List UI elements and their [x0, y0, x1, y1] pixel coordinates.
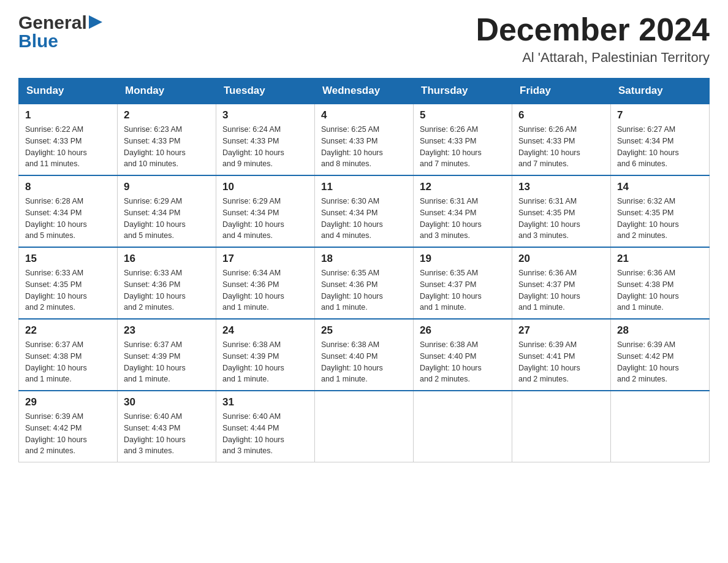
calendar-cell: 21Sunrise: 6:36 AMSunset: 4:38 PMDayligh…: [611, 247, 710, 319]
day-info: Sunrise: 6:40 AMSunset: 4:43 PMDaylight:…: [124, 411, 210, 457]
logo-general-text: General: [18, 12, 87, 33]
day-info: Sunrise: 6:30 AMSunset: 4:34 PMDaylight:…: [321, 196, 407, 242]
day-info: Sunrise: 6:33 AMSunset: 4:36 PMDaylight:…: [124, 267, 210, 313]
col-tuesday: Tuesday: [216, 79, 315, 104]
day-number: 9: [124, 181, 210, 193]
day-number: 27: [518, 324, 604, 337]
day-info: Sunrise: 6:37 AMSunset: 4:38 PMDaylight:…: [25, 339, 111, 385]
day-number: 31: [222, 396, 308, 408]
day-info: Sunrise: 6:29 AMSunset: 4:34 PMDaylight:…: [124, 196, 210, 242]
day-info: Sunrise: 6:31 AMSunset: 4:34 PMDaylight:…: [420, 196, 506, 242]
col-saturday: Saturday: [611, 79, 710, 104]
calendar-cell: [611, 391, 710, 462]
week-row-1: 1Sunrise: 6:22 AMSunset: 4:33 PMDaylight…: [19, 104, 710, 175]
day-info: Sunrise: 6:38 AMSunset: 4:39 PMDaylight:…: [222, 339, 308, 385]
calendar-cell: 8Sunrise: 6:28 AMSunset: 4:34 PMDaylight…: [19, 175, 118, 247]
calendar-cell: 29Sunrise: 6:39 AMSunset: 4:42 PMDayligh…: [19, 391, 118, 462]
calendar-cell: 7Sunrise: 6:27 AMSunset: 4:34 PMDaylight…: [611, 104, 710, 175]
day-info: Sunrise: 6:38 AMSunset: 4:40 PMDaylight:…: [420, 339, 506, 385]
week-row-5: 29Sunrise: 6:39 AMSunset: 4:42 PMDayligh…: [19, 391, 710, 462]
calendar-cell: 31Sunrise: 6:40 AMSunset: 4:44 PMDayligh…: [216, 391, 315, 462]
calendar-table: Sunday Monday Tuesday Wednesday Thursday…: [18, 78, 710, 462]
day-number: 19: [420, 253, 506, 265]
calendar-cell: 30Sunrise: 6:40 AMSunset: 4:43 PMDayligh…: [118, 391, 216, 462]
day-info: Sunrise: 6:34 AMSunset: 4:36 PMDaylight:…: [222, 267, 308, 313]
calendar-cell: 3Sunrise: 6:24 AMSunset: 4:33 PMDaylight…: [216, 104, 315, 175]
day-info: Sunrise: 6:27 AMSunset: 4:34 PMDaylight:…: [617, 124, 703, 170]
calendar-cell: 28Sunrise: 6:39 AMSunset: 4:42 PMDayligh…: [611, 319, 710, 391]
day-number: 21: [617, 253, 703, 265]
day-number: 23: [124, 324, 210, 337]
day-info: Sunrise: 6:35 AMSunset: 4:36 PMDaylight:…: [321, 267, 407, 313]
calendar-cell: 6Sunrise: 6:26 AMSunset: 4:33 PMDaylight…: [512, 104, 611, 175]
calendar-cell: 2Sunrise: 6:23 AMSunset: 4:33 PMDaylight…: [118, 104, 216, 175]
day-number: 1: [25, 109, 111, 121]
day-info: Sunrise: 6:24 AMSunset: 4:33 PMDaylight:…: [222, 124, 308, 170]
day-info: Sunrise: 6:37 AMSunset: 4:39 PMDaylight:…: [124, 339, 210, 385]
day-number: 15: [25, 253, 111, 265]
day-number: 4: [321, 109, 407, 121]
calendar-cell: 26Sunrise: 6:38 AMSunset: 4:40 PMDayligh…: [414, 319, 512, 391]
day-number: 8: [25, 181, 111, 193]
day-info: Sunrise: 6:40 AMSunset: 4:44 PMDaylight:…: [222, 411, 308, 457]
day-info: Sunrise: 6:39 AMSunset: 4:41 PMDaylight:…: [518, 339, 604, 385]
calendar-cell: [414, 391, 512, 462]
location-text: Al 'Attarah, Palestinian Territory: [476, 50, 710, 66]
day-number: 6: [518, 109, 604, 121]
day-number: 24: [222, 324, 308, 337]
svg-marker-0: [89, 15, 102, 29]
title-section: December 2024 Al 'Attarah, Palestinian T…: [476, 12, 710, 66]
day-info: Sunrise: 6:39 AMSunset: 4:42 PMDaylight:…: [25, 411, 111, 457]
col-thursday: Thursday: [414, 79, 512, 104]
calendar-cell: 4Sunrise: 6:25 AMSunset: 4:33 PMDaylight…: [315, 104, 414, 175]
day-info: Sunrise: 6:38 AMSunset: 4:40 PMDaylight:…: [321, 339, 407, 385]
col-friday: Friday: [512, 79, 611, 104]
logo-blue-text: Blue: [18, 31, 102, 52]
day-info: Sunrise: 6:35 AMSunset: 4:37 PMDaylight:…: [420, 267, 506, 313]
calendar-cell: 5Sunrise: 6:26 AMSunset: 4:33 PMDaylight…: [414, 104, 512, 175]
day-info: Sunrise: 6:36 AMSunset: 4:37 PMDaylight:…: [518, 267, 604, 313]
page-header: General Blue December 2024 Al 'Attarah, …: [18, 12, 710, 66]
calendar-cell: 27Sunrise: 6:39 AMSunset: 4:41 PMDayligh…: [512, 319, 611, 391]
day-number: 3: [222, 109, 308, 121]
day-info: Sunrise: 6:36 AMSunset: 4:38 PMDaylight:…: [617, 267, 703, 313]
logo: General Blue: [18, 12, 102, 52]
day-number: 11: [321, 181, 407, 193]
week-row-4: 22Sunrise: 6:37 AMSunset: 4:38 PMDayligh…: [19, 319, 710, 391]
day-number: 17: [222, 253, 308, 265]
day-info: Sunrise: 6:25 AMSunset: 4:33 PMDaylight:…: [321, 124, 407, 170]
calendar-cell: [315, 391, 414, 462]
calendar-cell: 14Sunrise: 6:32 AMSunset: 4:35 PMDayligh…: [611, 175, 710, 247]
calendar-cell: 17Sunrise: 6:34 AMSunset: 4:36 PMDayligh…: [216, 247, 315, 319]
logo-arrow-icon: [89, 15, 102, 29]
day-info: Sunrise: 6:28 AMSunset: 4:34 PMDaylight:…: [25, 196, 111, 242]
calendar-cell: 25Sunrise: 6:38 AMSunset: 4:40 PMDayligh…: [315, 319, 414, 391]
day-number: 26: [420, 324, 506, 337]
day-number: 20: [518, 253, 604, 265]
calendar-cell: 23Sunrise: 6:37 AMSunset: 4:39 PMDayligh…: [118, 319, 216, 391]
col-monday: Monday: [118, 79, 216, 104]
day-number: 25: [321, 324, 407, 337]
day-info: Sunrise: 6:26 AMSunset: 4:33 PMDaylight:…: [420, 124, 506, 170]
day-number: 10: [222, 181, 308, 193]
calendar-header-row: Sunday Monday Tuesday Wednesday Thursday…: [19, 79, 710, 104]
week-row-2: 8Sunrise: 6:28 AMSunset: 4:34 PMDaylight…: [19, 175, 710, 247]
calendar-cell: 16Sunrise: 6:33 AMSunset: 4:36 PMDayligh…: [118, 247, 216, 319]
day-number: 22: [25, 324, 111, 337]
col-wednesday: Wednesday: [315, 79, 414, 104]
month-title: December 2024: [476, 12, 710, 47]
day-info: Sunrise: 6:31 AMSunset: 4:35 PMDaylight:…: [518, 196, 604, 242]
day-info: Sunrise: 6:29 AMSunset: 4:34 PMDaylight:…: [222, 196, 308, 242]
day-number: 5: [420, 109, 506, 121]
calendar-cell: 1Sunrise: 6:22 AMSunset: 4:33 PMDaylight…: [19, 104, 118, 175]
day-number: 16: [124, 253, 210, 265]
day-number: 29: [25, 396, 111, 408]
col-sunday: Sunday: [19, 79, 118, 104]
day-info: Sunrise: 6:22 AMSunset: 4:33 PMDaylight:…: [25, 124, 111, 170]
day-number: 28: [617, 324, 703, 337]
calendar-cell: 12Sunrise: 6:31 AMSunset: 4:34 PMDayligh…: [414, 175, 512, 247]
day-number: 2: [124, 109, 210, 121]
day-number: 14: [617, 181, 703, 193]
day-number: 12: [420, 181, 506, 193]
day-number: 7: [617, 109, 703, 121]
